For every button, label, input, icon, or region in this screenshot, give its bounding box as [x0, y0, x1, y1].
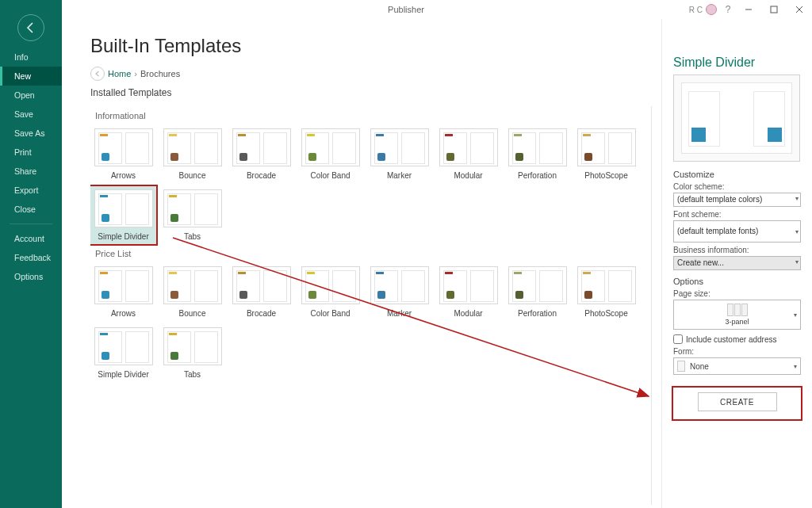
nav-item-account[interactable]: Account — [0, 229, 62, 248]
template-card-marker[interactable]: Marker — [366, 263, 432, 321]
font-scheme-label: Font scheme: — [673, 210, 801, 219]
form-label: Form: — [673, 347, 801, 356]
breadcrumb-home[interactable]: Home — [108, 69, 131, 78]
installed-templates-heading: Installed Templates — [90, 87, 642, 98]
template-card-simple-divider[interactable]: Simple Divider — [90, 324, 156, 382]
content: Built-In Templates Home › Brochures Inst… — [62, 19, 812, 508]
nav-item-feedback[interactable]: Feedback — [0, 248, 62, 267]
template-card-color-band[interactable]: Color Band — [297, 125, 363, 183]
template-card-brocade[interactable]: Brocade — [228, 125, 294, 183]
template-name: Bounce — [159, 309, 225, 318]
template-card-color-band[interactable]: Color Band — [297, 263, 363, 321]
create-button[interactable]: CREATE — [698, 392, 777, 411]
template-name: Modular — [435, 171, 501, 180]
nav-item-info[interactable]: Info — [0, 48, 62, 67]
template-card-modular[interactable]: Modular — [435, 263, 501, 321]
template-name: Perforation — [504, 171, 570, 180]
template-card-bounce[interactable]: Bounce — [159, 263, 225, 321]
minimize-button[interactable] — [736, 0, 761, 19]
include-customer-address-input[interactable] — [673, 334, 683, 344]
template-card-tabs[interactable]: Tabs — [159, 186, 225, 244]
template-card-perforation[interactable]: Perforation — [504, 125, 570, 183]
template-row: ArrowsBounceBrocadeColor BandMarkerModul… — [90, 125, 645, 183]
nav-item-print[interactable]: Print — [0, 143, 62, 162]
maximize-button[interactable] — [761, 0, 787, 19]
business-info-select[interactable]: Create new... — [673, 256, 801, 270]
template-thumbnail — [577, 128, 636, 166]
template-card-arrows[interactable]: Arrows — [90, 125, 156, 183]
nav-item-open[interactable]: Open — [0, 86, 62, 105]
template-row: ArrowsBounceBrocadeColor BandMarkerModul… — [90, 263, 645, 321]
titlebar: Publisher R C ? — [0, 0, 812, 19]
create-annotation-box: CREATE — [673, 388, 801, 419]
template-name: Simple Divider — [90, 232, 156, 241]
nav-item-close[interactable]: Close — [0, 200, 62, 219]
back-button[interactable] — [17, 14, 44, 41]
breadcrumb: Home › Brochures — [90, 67, 642, 81]
template-thumbnail — [94, 327, 153, 365]
template-name: Perforation — [504, 309, 570, 318]
template-thumbnail — [232, 266, 291, 304]
page-size-select[interactable]: 3-panel ▾ — [673, 300, 801, 330]
template-card-photoscope[interactable]: PhotoScope — [573, 263, 639, 321]
template-thumbnail — [94, 189, 153, 227]
business-info-label: Business information: — [673, 246, 801, 254]
include-customer-address-label: Include customer address — [686, 335, 777, 344]
template-card-brocade[interactable]: Brocade — [228, 263, 294, 321]
svg-rect-1 — [771, 6, 777, 13]
help-button[interactable]: ? — [720, 0, 736, 19]
user-initials: R C — [689, 6, 703, 14]
template-thumbnail — [94, 128, 153, 166]
font-scheme-select[interactable]: (default template fonts) — [673, 220, 801, 243]
template-name: PhotoScope — [573, 171, 639, 180]
details-title: Simple Divider — [673, 55, 801, 70]
nav-item-share[interactable]: Share — [0, 162, 62, 181]
section-label: Informational — [95, 111, 645, 120]
page-icon — [677, 361, 685, 372]
window-controls — [736, 0, 812, 19]
template-card-perforation[interactable]: Perforation — [504, 263, 570, 321]
chevron-down-icon: ▾ — [794, 363, 797, 370]
template-thumbnail — [370, 128, 429, 166]
template-preview — [673, 74, 800, 162]
template-thumbnail — [577, 266, 636, 304]
options-heading: Options — [673, 277, 801, 286]
page-size-value: 3-panel — [725, 318, 749, 326]
template-card-arrows[interactable]: Arrows — [90, 263, 156, 321]
template-name: Bounce — [159, 171, 225, 180]
nav-item-save[interactable]: Save — [0, 105, 62, 124]
template-thumbnail — [370, 266, 429, 304]
template-card-photoscope[interactable]: PhotoScope — [573, 125, 639, 183]
include-customer-address-checkbox[interactable]: Include customer address — [673, 334, 801, 344]
template-name: Color Band — [297, 171, 363, 180]
nav-item-options[interactable]: Options — [0, 267, 62, 286]
chevron-right-icon: › — [134, 69, 137, 78]
nav-item-export[interactable]: Export — [0, 181, 62, 200]
template-name: Color Band — [297, 309, 363, 318]
template-thumbnail — [439, 128, 498, 166]
nav-item-new[interactable]: New — [0, 67, 62, 86]
template-card-tabs[interactable]: Tabs — [159, 324, 225, 382]
template-name: Arrows — [90, 171, 156, 180]
template-card-simple-divider[interactable]: Simple Divider — [90, 186, 156, 244]
nav-list: InfoNewOpenSaveSave AsPrintShareExportCl… — [0, 48, 62, 286]
section-label: Price List — [95, 249, 645, 258]
template-card-modular[interactable]: Modular — [435, 125, 501, 183]
template-thumbnail — [163, 266, 222, 304]
template-thumbnail — [163, 327, 222, 365]
page-size-label: Page size: — [673, 289, 801, 298]
nav-item-save-as[interactable]: Save As — [0, 124, 62, 143]
user-badge[interactable]: R C — [689, 0, 717, 19]
breadcrumb-back-button[interactable] — [90, 67, 105, 81]
color-scheme-select[interactable]: (default template colors) — [673, 193, 801, 207]
template-name: Brocade — [228, 309, 294, 318]
template-name: Marker — [366, 171, 432, 180]
form-select[interactable]: None ▾ — [673, 357, 801, 375]
breadcrumb-current: Brochures — [140, 69, 180, 78]
template-card-marker[interactable]: Marker — [366, 125, 432, 183]
close-button[interactable] — [787, 0, 812, 19]
template-card-bounce[interactable]: Bounce — [159, 125, 225, 183]
app-title: Publisher — [388, 5, 424, 14]
template-thumbnail — [163, 189, 222, 227]
template-scroll-area[interactable]: InformationalArrowsBounceBrocadeColor Ba… — [90, 106, 652, 505]
